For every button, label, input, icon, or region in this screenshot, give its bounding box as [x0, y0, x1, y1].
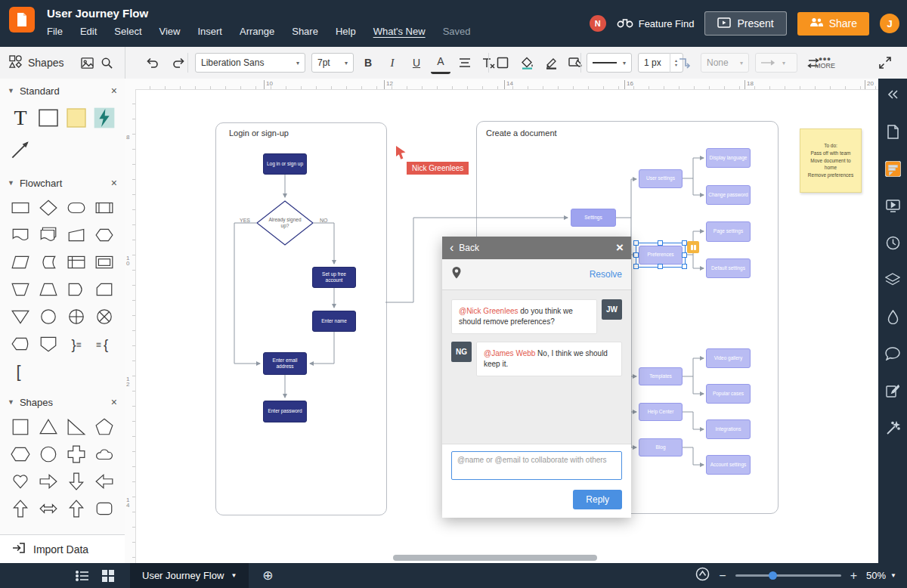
diagram-canvas[interactable]: 101214161820 8101214 Login or sign-up Cr…	[125, 79, 878, 563]
app-logo-icon[interactable]	[9, 7, 35, 32]
fill-color-icon[interactable]	[517, 53, 537, 73]
collapse-icon[interactable]	[884, 86, 901, 103]
close-icon[interactable]: ×	[616, 240, 624, 255]
line-start-select[interactable]: None ▾	[701, 53, 749, 73]
undo-icon[interactable]	[142, 53, 162, 73]
node-password[interactable]: Enter password	[263, 401, 307, 422]
document-title[interactable]: User Journey Flow	[47, 7, 148, 20]
shape-summing-junction[interactable]	[91, 305, 119, 328]
shapes-panel-button[interactable]: Shapes	[0, 55, 63, 70]
present-button[interactable]: Present	[704, 11, 786, 36]
page-grid-icon[interactable]	[95, 563, 121, 588]
selection-handle[interactable]	[633, 264, 639, 269]
shape-bracket[interactable]: [	[6, 360, 34, 382]
share-button[interactable]: Share	[797, 12, 869, 36]
underline-button[interactable]: U	[407, 53, 426, 73]
feature-find-button[interactable]: Feature Find	[617, 17, 695, 30]
shape-circle[interactable]	[34, 443, 62, 466]
connector-type-icon[interactable]	[675, 53, 695, 73]
reply-input[interactable]	[451, 451, 622, 480]
shape-internal-storage[interactable]	[63, 251, 91, 274]
node-login[interactable]: Log in or sign up	[263, 153, 307, 175]
menu-edit[interactable]: Edit	[80, 26, 97, 37]
horizontal-scrollbar[interactable]	[393, 555, 597, 561]
shape-hexagon[interactable]	[6, 443, 34, 466]
zoom-slider-handle[interactable]	[769, 571, 777, 580]
node-page-settings[interactable]: Page settings	[706, 221, 751, 242]
node-default-settings[interactable]: Default settings	[706, 258, 751, 278]
close-icon[interactable]: ×	[111, 396, 117, 408]
location-pin-icon[interactable]	[451, 266, 462, 283]
shape-predefined-process[interactable]	[91, 197, 119, 219]
shape-manual-operation[interactable]	[6, 278, 34, 301]
shape-decision[interactable]	[34, 197, 62, 219]
shape-format-icon[interactable]	[565, 53, 585, 73]
collaborator-avatar[interactable]: N	[590, 15, 606, 32]
resolve-link[interactable]: Resolve	[590, 269, 622, 280]
shape-display[interactable]	[6, 333, 34, 355]
shape-terminator[interactable]	[63, 197, 91, 219]
shape-cross[interactable]	[63, 443, 91, 466]
shape-delay[interactable]	[63, 278, 91, 301]
menu-what-s-new[interactable]: What's New	[373, 26, 426, 37]
menu-insert[interactable]: Insert	[197, 26, 222, 37]
font-family-select[interactable]: Liberation Sans ▾	[195, 53, 305, 73]
shape-arrow-right[interactable]	[34, 470, 62, 493]
shape-trapezoid[interactable]	[34, 278, 62, 301]
menu-view[interactable]: View	[159, 26, 181, 37]
comment-mention[interactable]: @James Webb	[484, 349, 535, 357]
node-display-language[interactable]: Display language	[706, 148, 751, 168]
section-header-flowchart[interactable]: ▼Flowchart×	[0, 171, 125, 195]
chat-icon[interactable]	[884, 345, 901, 362]
add-page-button[interactable]: ⊕	[256, 568, 279, 583]
selection-handle[interactable]	[682, 264, 687, 269]
section-header-shapes[interactable]: ▼Shapes×	[0, 390, 125, 414]
shape-outline-icon[interactable]	[493, 53, 512, 73]
shape-data[interactable]	[6, 251, 34, 274]
ink-drop-icon[interactable]	[884, 308, 901, 325]
shape-connector[interactable]	[34, 305, 62, 328]
shape-right-triangle[interactable]	[63, 416, 91, 438]
shape-arrow[interactable]	[6, 136, 34, 163]
node-blog[interactable]: Blog	[639, 438, 683, 456]
shape-arrow-left[interactable]	[91, 470, 119, 493]
shape-arrow-down[interactable]	[63, 470, 91, 493]
import-data-button[interactable]: Import Data	[0, 534, 125, 563]
node-name[interactable]: Enter name	[312, 311, 356, 332]
shape-heart[interactable]	[6, 470, 34, 493]
layers-icon[interactable]	[884, 271, 901, 288]
line-color-icon[interactable]	[541, 53, 561, 73]
node-help-center[interactable]: Help Center	[639, 403, 683, 421]
shape-off-page[interactable]	[34, 333, 62, 355]
shape-brace-left[interactable]: ≡{	[91, 333, 119, 355]
user-avatar[interactable]: J	[880, 14, 899, 33]
shape-preparation[interactable]	[91, 224, 119, 246]
pan-navigator-icon[interactable]	[695, 567, 710, 584]
zoom-slider[interactable]	[735, 574, 841, 577]
shape-arrow-up-hollow[interactable]	[63, 497, 91, 520]
shape-arrow-left-right[interactable]	[34, 497, 62, 520]
fullscreen-icon[interactable]	[875, 53, 895, 73]
close-icon[interactable]: ×	[111, 85, 117, 97]
selection-handle[interactable]	[658, 240, 663, 246]
comments-icon[interactable]	[884, 160, 901, 177]
shape-pentagon[interactable]	[91, 416, 119, 438]
shape-stored-data[interactable]	[34, 251, 62, 274]
menu-help[interactable]: Help	[336, 26, 356, 37]
shape-document[interactable]	[6, 224, 34, 246]
node-templates[interactable]: Templates	[639, 367, 683, 385]
redo-icon[interactable]	[169, 53, 189, 73]
page-tab[interactable]: User Journey Flow ▼	[130, 563, 249, 588]
shape-manual-input[interactable]	[63, 224, 91, 246]
shape-framed-rect[interactable]	[91, 251, 119, 274]
node-user-settings[interactable]: User settings	[639, 169, 683, 188]
node-video-gallery[interactable]: Video gallery	[706, 348, 751, 368]
font-size-select[interactable]: 7pt ▾	[311, 53, 354, 73]
page-list-icon[interactable]	[70, 563, 95, 588]
line-end-select[interactable]: ▾	[755, 53, 797, 73]
node-signup-q[interactable]: Already signed up?	[256, 200, 314, 246]
comment-indicator-badge[interactable]	[687, 241, 699, 253]
text-color-button[interactable]: A	[431, 52, 450, 74]
present-icon[interactable]	[884, 197, 901, 214]
shape-process[interactable]	[6, 197, 34, 219]
